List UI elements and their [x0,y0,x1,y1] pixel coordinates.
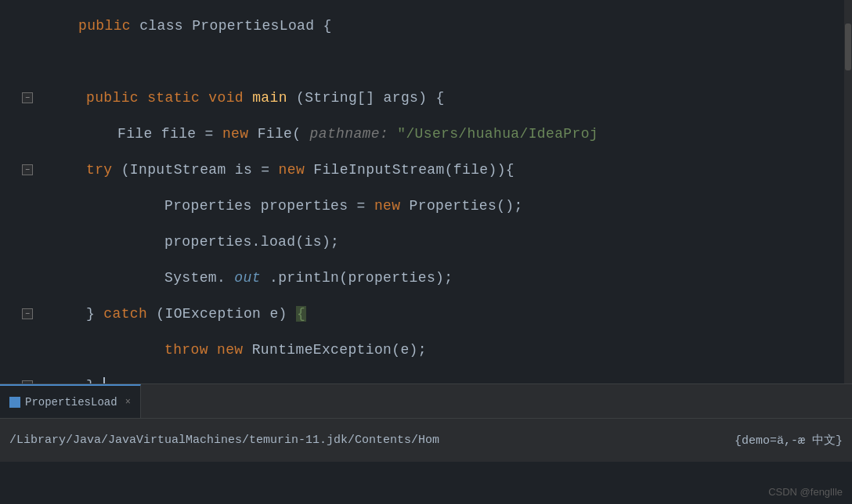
bottom-tabs-bar: PropertiesLoad × [0,383,852,418]
code-line-10: throw new RuntimeException(e); [0,332,852,368]
code-text-10: throw new RuntimeException(e); [164,342,427,358]
code-text-9: } catch (IOException e) { [86,306,306,322]
gutter-3: − [0,80,39,116]
scrollbar-thumb[interactable] [845,23,851,70]
code-text-3: public static void main (String[] args) … [86,90,445,106]
code-line-11: − } [0,368,852,383]
line-content-11: } [39,368,105,383]
editor-area: public class PropertiesLoad { − public s… [0,0,852,383]
code-line-3: − public static void main (String[] args… [0,80,852,116]
gutter-1 [0,8,39,44]
line-content-4: File file = new File( pathname: "/Users/… [39,116,598,152]
fold-icon-11[interactable]: − [22,380,33,383]
code-line-9: − } catch (IOException e) { [0,296,852,332]
fold-icon-9[interactable]: − [22,308,33,319]
code-container: public class PropertiesLoad { − public s… [0,0,852,383]
line-content-3: public static void main (String[] args) … [39,80,445,116]
code-line-1: public class PropertiesLoad { [0,8,852,44]
code-line-8: System. out .println(properties); [0,260,852,296]
gutter-9: − [0,296,39,332]
code-text-8: System. out .println(properties); [164,270,453,286]
gutter-8 [0,260,39,296]
code-line-6: Properties properties = new Properties()… [0,188,852,224]
line-content-9: } catch (IOException e) { [39,296,306,332]
code-line-4: File file = new File( pathname: "/Users/… [0,116,852,152]
line-content-6: Properties properties = new Properties()… [39,188,523,224]
status-path: /Library/Java/JavaVirtualMachines/temuri… [9,434,735,447]
gutter-4 [0,116,39,152]
line-content-7: properties.load(is); [39,224,339,260]
fold-icon-3[interactable]: − [22,92,33,103]
status-bar: /Library/Java/JavaVirtualMachines/temuri… [0,418,852,462]
gutter-7 [0,224,39,260]
code-line-5: − try (InputStream is = new FileInputStr… [0,152,852,188]
gutter-6 [0,188,39,224]
line-content-1: public class PropertiesLoad { [39,8,332,44]
gutter-11: − [0,368,39,383]
line-content-10: throw new RuntimeException(e); [39,332,427,368]
code-text-6: Properties properties = new Properties()… [164,198,523,214]
line-content-5: try (InputStream is = new FileInputStrea… [39,152,514,188]
code-text-1: public class PropertiesLoad { [78,18,332,34]
gutter-10 [0,332,39,368]
gutter-2 [0,44,39,80]
fold-icon-5[interactable]: − [22,164,33,175]
scrollbar[interactable] [844,0,852,383]
tab-close-button[interactable]: × [125,397,131,408]
code-text-7: properties.load(is); [164,234,339,250]
status-encoding: {demo=ä,-æ 中文} [735,433,843,448]
watermark: CSDN @fengllle [768,486,843,498]
code-text-4: File file = new File( pathname: "/Users/… [117,126,598,142]
line-content-8: System. out .println(properties); [39,260,453,296]
code-text-11: } [86,378,105,383]
tab-file-icon [9,397,20,408]
gutter-5: − [0,152,39,188]
tab-propertiesload[interactable]: PropertiesLoad × [0,384,141,418]
code-line-2 [0,44,852,80]
text-cursor [103,377,105,383]
tab-label: PropertiesLoad [25,396,117,409]
code-text-5: try (InputStream is = new FileInputStrea… [86,162,514,178]
code-line-7: properties.load(is); [0,224,852,260]
